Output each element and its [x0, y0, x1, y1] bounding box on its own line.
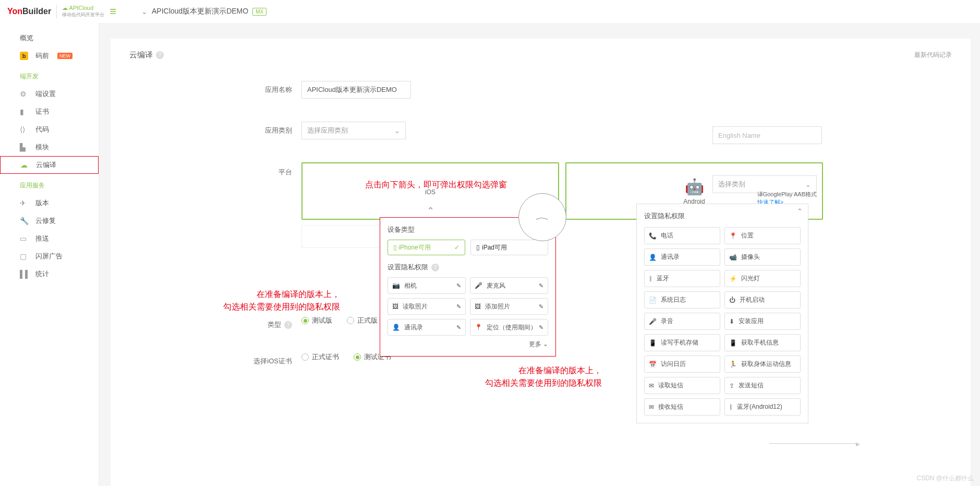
android-icon: 🤖	[685, 177, 704, 196]
perm-chip[interactable]: ᛒ蓝牙(Android12)	[724, 398, 801, 416]
logo-yon: Yon	[7, 7, 22, 16]
sidebar-item-version[interactable]: ✈版本	[0, 194, 99, 212]
ad-icon: ▢	[20, 252, 28, 260]
sidebar-maqian[interactable]: b 码前 NEW	[0, 47, 99, 65]
english-name-input[interactable]	[712, 126, 822, 144]
perm-icon: ⏻	[729, 297, 735, 304]
perm-chip[interactable]: 📄系统日志	[644, 291, 720, 309]
perm-icon: 📞	[649, 232, 657, 240]
edit-icon[interactable]: ✎	[539, 324, 543, 331]
edit-icon[interactable]: ✎	[456, 324, 461, 331]
sidebar-item-splash[interactable]: ▢闪屏广告	[0, 247, 99, 265]
sidebar-item-cloud-compile[interactable]: ☁云编译	[0, 156, 99, 174]
radio-prod[interactable]: 正式版	[347, 316, 378, 325]
code-icon: b	[20, 52, 28, 60]
chip-iphone[interactable]: ▯ iPhone可用✓	[388, 240, 465, 255]
chevron-down-icon: ⌄	[394, 127, 400, 135]
rocket-icon: ✈	[20, 199, 28, 207]
annotation-1: 点击向下箭头，即可弹出权限勾选弹窗	[365, 179, 507, 191]
perm-chip[interactable]: 👤通讯录✎	[388, 319, 466, 336]
perm-chip[interactable]: 📷相机✎	[388, 277, 466, 294]
perm-chip[interactable]: 🖼添加照片✎	[470, 298, 548, 315]
perm-icon: 👤	[649, 254, 657, 261]
label-type: 类型?	[129, 316, 301, 329]
breadcrumb: ⌄ APICloud版本更新演示DEMO MX	[141, 7, 267, 16]
perm-icon: 🏃	[729, 361, 737, 368]
app-category-select[interactable]: 选择应用类别⌄	[301, 122, 406, 139]
perm-chip[interactable]: ⏻开机启动	[724, 291, 801, 309]
perm-chip[interactable]: ⇪发送短信	[724, 377, 801, 394]
perm-chip[interactable]: 📹摄像头	[724, 248, 801, 266]
edit-icon[interactable]: ✎	[539, 303, 543, 310]
perm-icon: ⇪	[729, 382, 734, 389]
android-perm-title: 设置隐私权限	[644, 211, 801, 221]
section-title: 云编译 ?	[129, 50, 164, 60]
perm-icon: 📱	[729, 339, 737, 347]
perm-chip[interactable]: 🎤录音	[644, 313, 720, 330]
watermark: CSDN @什么都什么	[916, 474, 974, 483]
perm-chip[interactable]: 🏃获取身体运动信息	[724, 355, 801, 373]
label-app-category: 应用类别	[129, 122, 301, 135]
chevron-up-icon[interactable]: ⌃	[797, 207, 803, 215]
perm-icon: 📍	[729, 232, 737, 240]
perm-chip[interactable]: 📍定位（使用期间）✎	[470, 319, 548, 336]
perm-icon: ᛒ	[729, 404, 733, 411]
chevron-down-icon: ⌄	[543, 340, 548, 348]
new-badge: NEW	[57, 53, 72, 59]
perm-chip[interactable]: ᛒ蓝牙	[644, 270, 720, 287]
cloud-icon: ☁	[20, 161, 29, 169]
radio-cert-prod[interactable]: 正式证书	[301, 352, 339, 362]
sidebar-item-stats[interactable]: ▌▌统计	[0, 265, 99, 283]
sidebar-item-push[interactable]: ▭推送	[0, 230, 99, 247]
perm-chip[interactable]: 🎤麦克风✎	[470, 277, 548, 294]
perm-chip[interactable]: 📱读写手机存储	[644, 334, 720, 351]
help-icon[interactable]: ?	[284, 321, 292, 329]
sidebar-item-repair[interactable]: 🔧云修复	[0, 212, 99, 230]
sidebar-item-settings[interactable]: ⚙端设置	[0, 85, 99, 103]
perm-chip[interactable]: 📅访问日历	[644, 355, 720, 373]
perm-icon: 📹	[729, 254, 737, 261]
app-name-input[interactable]	[301, 81, 411, 99]
chevron-up-icon: ︿	[535, 212, 550, 222]
perm-chip[interactable]: 👤通讯录	[644, 248, 720, 266]
perm-icon: ✉	[649, 382, 654, 389]
sidebar-item-cert[interactable]: ▮证书	[0, 103, 99, 121]
sidebar-item-module[interactable]: ▙模块	[0, 138, 99, 156]
radio-test[interactable]: 测试版	[301, 316, 332, 325]
edit-icon[interactable]: ✎	[456, 303, 461, 310]
perm-icon: ⬇	[729, 318, 734, 325]
perm-icon: 📷	[392, 282, 400, 289]
perm-chip[interactable]: ⚡闪光灯	[724, 270, 801, 287]
help-icon[interactable]: ?	[431, 264, 439, 271]
label-app-name: 应用名称	[129, 81, 301, 94]
chevron-down-icon[interactable]: ⌄	[141, 7, 148, 16]
perm-chip[interactable]: 📞电话	[644, 227, 720, 244]
magnifier-circle: ︿	[518, 193, 566, 241]
sidebar-overview[interactable]: 概览	[0, 29, 99, 47]
perm-icon: 📅	[649, 361, 657, 368]
perm-chip[interactable]: 📍位置	[724, 227, 801, 244]
help-icon[interactable]: ?	[156, 51, 164, 59]
header: YonBuilder ☁ APICloud 移动低代码开发平台 ≡ ⌄ APIC…	[0, 0, 980, 23]
perm-icon: 📱	[649, 339, 657, 347]
perm-chip[interactable]: 📱获取手机信息	[724, 334, 801, 351]
annotation-2: 在准备编译的版本上，勾选相关需要使用到的隐私权限	[223, 288, 340, 313]
annotation-3: 在准备编译的版本上，勾选相关需要使用到的隐私权限	[485, 364, 602, 389]
perm-chip[interactable]: ✉接收短信	[644, 398, 720, 416]
chip-ipad[interactable]: ▯iPad可用	[470, 240, 548, 255]
logo-builder: Builder	[22, 7, 51, 16]
label-cert: 选择iOS证书	[129, 352, 301, 366]
menu-toggle-icon[interactable]: ≡	[110, 5, 116, 18]
edit-icon[interactable]: ✎	[456, 282, 461, 289]
perm-chip[interactable]: ✉读取短信	[644, 377, 720, 394]
sidebar-section-svc: 应用服务	[0, 174, 99, 194]
perm-chip[interactable]: ⬇安装应用	[724, 313, 801, 330]
edit-icon[interactable]: ✎	[539, 282, 543, 289]
more-button[interactable]: 更多 ⌄	[388, 340, 548, 349]
perm-chip[interactable]: 🖼读取照片✎	[388, 298, 466, 315]
tag-icon: ▮	[20, 108, 28, 116]
sidebar-item-code[interactable]: ⟨⟩代码	[0, 121, 99, 138]
chevron-up-icon[interactable]: ⌃	[427, 205, 434, 217]
perm-icon: 📄	[649, 297, 657, 304]
latest-code-link[interactable]: 最新代码记录	[914, 51, 952, 60]
